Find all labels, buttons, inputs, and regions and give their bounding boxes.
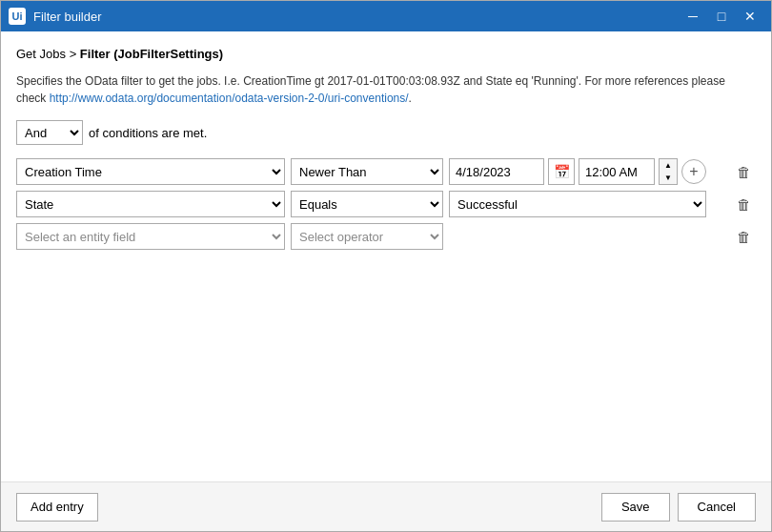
spinner-down-row1[interactable]: ▼ (660, 172, 677, 184)
breadcrumb: Get Jobs > Filter (JobFilterSettings) (16, 47, 756, 61)
footer: Add entry Save Cancel (1, 481, 771, 531)
condition-operator-select[interactable]: And Or (16, 120, 83, 145)
operator-select-row3[interactable]: Select operator Equals (291, 223, 443, 250)
time-input-row1[interactable] (579, 158, 655, 185)
save-button[interactable]: Save (601, 493, 670, 522)
date-input-row1[interactable] (449, 158, 544, 185)
main-content: Get Jobs > Filter (JobFilterSettings) Sp… (1, 31, 771, 481)
delete-button-row3[interactable]: 🗑 (731, 224, 756, 249)
filter-builder-window: Ui Filter builder ─ □ ✕ Get Jobs > Filte… (0, 0, 772, 532)
breadcrumb-prefix: Get Jobs > (16, 47, 76, 61)
breadcrumb-current: Filter (JobFilterSettings) (76, 47, 223, 61)
value-select-row2[interactable]: Successful Failed Running Queued (449, 191, 706, 217)
delete-button-row2[interactable]: 🗑 (731, 192, 756, 216)
window-controls: ─ □ ✕ (680, 6, 763, 27)
field-select-row3[interactable]: Select an entity field Creation Time Sta… (16, 223, 285, 250)
value-container-row1: 📅 ▲ ▼ + (449, 158, 725, 185)
app-icon: Ui (9, 8, 26, 25)
field-select-row2[interactable]: Creation Time State (16, 191, 285, 217)
table-row: Select an entity field Creation Time Sta… (16, 223, 756, 250)
filter-rows: Creation Time State Newer Than Older Tha… (16, 158, 756, 250)
value-container-row2: Successful Failed Running Queued (449, 191, 725, 217)
close-button[interactable]: ✕ (737, 6, 763, 27)
window-title: Filter builder (33, 10, 680, 24)
condition-header: And Or of conditions are met. (16, 120, 756, 145)
condition-suffix: of conditions are met. (89, 126, 207, 140)
time-spinner-row1: ▲ ▼ (659, 158, 678, 185)
table-row: Creation Time State Newer Than Older Tha… (16, 158, 756, 185)
cancel-button[interactable]: Cancel (678, 493, 756, 522)
description-text: Specifies the OData filter to get the jo… (16, 72, 756, 107)
add-condition-button-row1[interactable]: + (681, 159, 706, 184)
operator-select-row1[interactable]: Newer Than Older Than Equals (291, 158, 443, 185)
field-select-row1[interactable]: Creation Time State (16, 158, 285, 185)
delete-button-row1[interactable]: 🗑 (731, 159, 756, 184)
footer-actions: Save Cancel (601, 493, 756, 522)
spinner-up-row1[interactable]: ▲ (660, 159, 677, 172)
odata-link[interactable]: http://www.odata.org/documentation/odata… (50, 92, 409, 105)
add-entry-button[interactable]: Add entry (16, 493, 98, 522)
maximize-button[interactable]: □ (708, 6, 735, 27)
table-row: Creation Time State Equals Not Equals Su… (16, 191, 756, 217)
title-bar: Ui Filter builder ─ □ ✕ (1, 1, 771, 31)
calendar-button-row1[interactable]: 📅 (548, 158, 575, 185)
operator-select-row2[interactable]: Equals Not Equals (291, 191, 443, 217)
minimize-button[interactable]: ─ (680, 6, 706, 27)
